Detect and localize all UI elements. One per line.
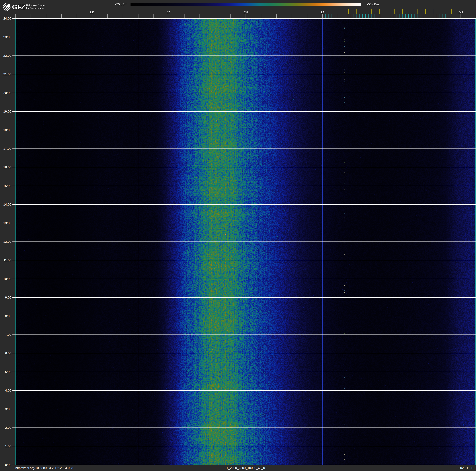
svg-text:GFZ: GFZ [12, 3, 25, 11]
svg-text:for Geosciences: for Geosciences [26, 7, 44, 10]
svg-text:Helmholtz Centre: Helmholtz Centre [26, 4, 45, 7]
